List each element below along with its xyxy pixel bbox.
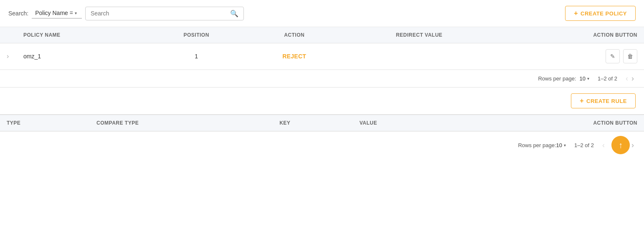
- create-rule-label: CREATE RULE: [586, 98, 627, 104]
- search-input[interactable]: [91, 10, 228, 17]
- policies-table: POLICY NAME POSITION ACTION REDIRECT VAL…: [0, 27, 644, 70]
- rules-col-type: TYPE: [0, 115, 90, 131]
- create-rule-bar: + CREATE RULE: [0, 88, 644, 115]
- search-label: Search:: [8, 10, 28, 17]
- rules-rows-per-page-label: Rows per page:: [518, 142, 556, 148]
- row-action-button-cell: ✎ 🗑: [496, 43, 644, 70]
- row-policy-name-cell: omz_1: [17, 43, 146, 70]
- rules-rows-dropdown-arrow-icon: ▾: [564, 143, 566, 148]
- rules-col-compare-type: COMPARE TYPE: [90, 115, 273, 131]
- row-action-buttons: ✎ 🗑: [503, 49, 637, 63]
- expand-arrow-icon[interactable]: ›: [7, 53, 9, 60]
- create-policy-label: CREATE POLICY: [581, 10, 627, 17]
- search-filter-dropdown[interactable]: Policy Name = ▾: [32, 8, 82, 19]
- policies-table-section: POLICY NAME POSITION ACTION REDIRECT VAL…: [0, 27, 644, 88]
- rows-per-page-select[interactable]: 10 ▾: [580, 75, 589, 82]
- policies-next-page-button[interactable]: ›: [630, 74, 636, 83]
- rows-dropdown-arrow-icon: ▾: [587, 76, 589, 81]
- rules-col-value: VALUE: [353, 115, 455, 131]
- scroll-up-icon: ↑: [619, 140, 623, 150]
- create-policy-plus-icon: +: [574, 10, 578, 17]
- rules-col-key: KEY: [273, 115, 352, 131]
- edit-button[interactable]: ✎: [606, 49, 620, 63]
- col-redirect-value: REDIRECT VALUE: [342, 27, 496, 43]
- search-icon: 🔍: [230, 10, 238, 18]
- dropdown-arrow-icon: ▾: [75, 11, 77, 15]
- rules-col-action-button: ACTION BUTTON: [455, 115, 644, 131]
- policies-page-info: 1–2 of 2: [598, 75, 617, 82]
- scroll-to-top-button[interactable]: ↑: [611, 136, 630, 154]
- rules-next-page-button[interactable]: ›: [630, 141, 636, 150]
- row-action-cell: REJECT: [246, 43, 342, 70]
- delete-button[interactable]: 🗑: [623, 49, 637, 63]
- rules-rows-per-page-select[interactable]: 10 ▾: [556, 142, 566, 148]
- row-position-cell: 1: [146, 43, 246, 70]
- search-input-wrapper: 🔍: [85, 7, 244, 20]
- edit-icon: ✎: [610, 53, 615, 60]
- rows-per-page-value: 10: [580, 75, 586, 82]
- search-bar: Search: Policy Name = ▾ 🔍 + CREATE POLIC…: [0, 0, 644, 27]
- col-action-button: ACTION BUTTON: [496, 27, 644, 43]
- policies-prev-page-button[interactable]: ‹: [624, 74, 630, 83]
- rows-per-page-label: Rows per page:: [538, 75, 576, 82]
- rules-table-header-row: TYPE COMPARE TYPE KEY VALUE ACTION BUTTO…: [0, 115, 644, 131]
- delete-icon: 🗑: [627, 53, 633, 60]
- col-policy-name: POLICY NAME: [17, 27, 146, 43]
- create-rule-button[interactable]: + CREATE RULE: [571, 93, 636, 108]
- rules-section: + CREATE RULE TYPE COMPARE TYPE KEY VALU…: [0, 88, 644, 158]
- table-row: › omz_1 1 REJECT ✎: [0, 43, 644, 70]
- row-expand-cell: ›: [0, 43, 17, 70]
- rules-prev-page-button[interactable]: ‹: [601, 141, 606, 150]
- rules-pagination: Rows per page: 10 ▾ 1–2 of 2 ‹ ↑ ›: [0, 131, 644, 158]
- search-filter-label: Policy Name =: [35, 10, 73, 16]
- col-expand: [0, 27, 17, 43]
- policies-table-header-row: POLICY NAME POSITION ACTION REDIRECT VAL…: [0, 27, 644, 43]
- row-redirect-value-cell: [342, 43, 496, 70]
- col-position: POSITION: [146, 27, 246, 43]
- col-action: ACTION: [246, 27, 342, 43]
- rules-table: TYPE COMPARE TYPE KEY VALUE ACTION BUTTO…: [0, 115, 644, 131]
- create-policy-button[interactable]: + CREATE POLICY: [565, 6, 636, 21]
- rules-rows-per-page-value: 10: [556, 142, 562, 148]
- policies-pagination: Rows per page: 10 ▾ 1–2 of 2 ‹ ›: [0, 70, 644, 87]
- rules-page-info: 1–2 of 2: [574, 142, 594, 148]
- create-rule-plus-icon: +: [580, 97, 584, 105]
